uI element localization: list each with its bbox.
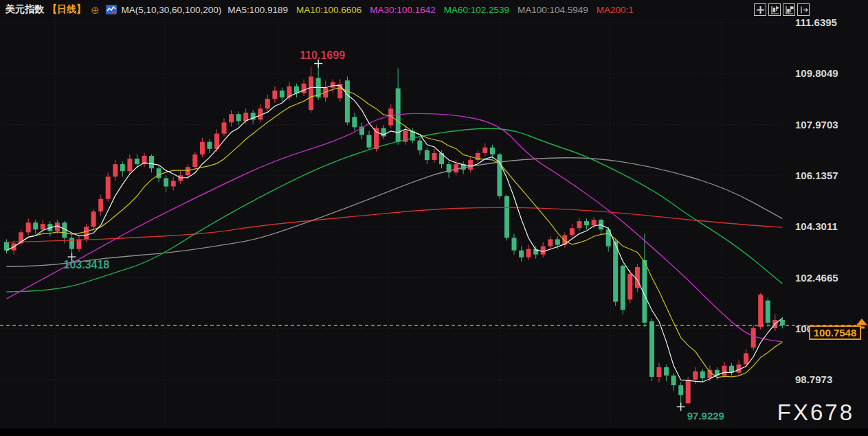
fx678-watermark: FX678 [777,400,854,426]
chart-window: 110.1699103.341897.9229 美元指数 【日线】 ⊕ MA(5… [0,0,868,436]
circle-plus-icon[interactable]: ⊕ [91,5,100,15]
price-axis-label: 107.9703 [795,119,864,130]
price-axis-label: 98.7973 [795,374,864,385]
bottom-bar [0,428,868,436]
ma-legend: MA5:100.9189MA10:100.6606MA30:100.1642MA… [227,5,634,15]
price-axis-label: 111.6395 [795,16,864,28]
kline-chart-icon[interactable] [106,5,117,14]
period-label[interactable]: 【日线】 [47,3,86,16]
price-axis-label: 104.3011 [795,220,864,232]
kline-pennant-icon[interactable] [783,3,795,16]
crosshair-move-icon[interactable] [754,3,766,16]
svg-text:97.9229: 97.9229 [687,410,724,422]
kline-flag-icon[interactable] [768,3,781,16]
ma-value-ma100: MA100:104.5949 [518,5,588,15]
svg-text:110.1699: 110.1699 [300,49,345,61]
ma-value-ma10: MA10:100.6606 [296,5,361,15]
price-axis-label: 106.1357 [795,170,864,181]
ma-value-ma30: MA30:100.1642 [370,5,435,15]
exit-panel-icon[interactable] [797,3,810,16]
chart-header: 美元指数 【日线】 ⊕ MA(5,10,30,60,100,200) MA5:1… [5,2,634,17]
price-chart-canvas[interactable]: 110.1699103.341897.9229 [0,0,868,436]
price-axis-label: 109.8049 [795,67,864,79]
ma-settings-label: MA(5,10,30,60,100,200) [122,5,222,15]
svg-text:103.3418: 103.3418 [64,259,110,271]
price-axis-label: 102.4665 [795,272,864,284]
current-price-tag: 100.7548 [809,325,861,340]
symbol-title: 美元指数 [5,3,44,16]
ma-value-ma60: MA60:102.2539 [444,5,509,15]
chart-toolbar [754,3,810,16]
ma-value-ma200: MA200:1 [597,5,634,15]
ma-value-ma5: MA5:100.9189 [227,5,288,15]
